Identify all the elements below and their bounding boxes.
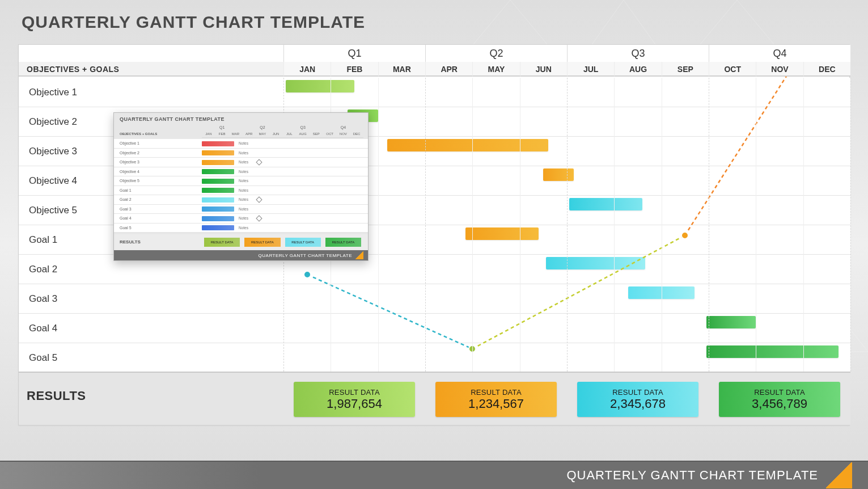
results-row: RESULTS RESULT DATA1,987,654RESULT DATA1… bbox=[19, 372, 850, 425]
month-header: JUN bbox=[520, 62, 567, 77]
thumb-quarter: Q4 bbox=[323, 125, 363, 132]
thumb-month: SEP bbox=[310, 132, 323, 138]
quarter-header: Q1 bbox=[283, 45, 425, 62]
diamond-icon bbox=[256, 196, 262, 203]
month-header: DEC bbox=[803, 62, 850, 77]
month-header: OCT bbox=[709, 62, 756, 77]
thumb-result-box: RESULT DATA bbox=[285, 238, 321, 247]
thumb-row-label: Goal 4 bbox=[120, 214, 132, 224]
row-label: Objective 1 bbox=[19, 78, 283, 107]
thumb-row: Objective 1Notes bbox=[114, 139, 368, 149]
month-header: APR bbox=[425, 62, 472, 77]
result-value: 2,345,678 bbox=[610, 397, 666, 411]
thumb-row-label: Objective 5 bbox=[120, 176, 139, 186]
thumb-notes: Notes bbox=[239, 176, 248, 186]
result-value: 3,456,789 bbox=[752, 397, 807, 411]
thumb-notes: Notes bbox=[239, 224, 248, 233]
month-header: MAY bbox=[472, 62, 519, 77]
thumb-notes: Notes bbox=[239, 149, 248, 158]
thumb-month: JUN bbox=[269, 132, 283, 138]
thumb-row: Goal 1Notes bbox=[114, 186, 368, 196]
thumb-month: JAN bbox=[202, 132, 215, 138]
thumb-bar bbox=[202, 160, 234, 165]
thumb-month: JUL bbox=[283, 132, 297, 138]
page-title: QUARTERLY GANTT CHART TEMPLATE bbox=[22, 12, 365, 32]
thumb-row-label: Goal 5 bbox=[120, 224, 132, 233]
month-header: JAN bbox=[283, 62, 331, 77]
thumb-bar bbox=[202, 216, 234, 221]
month-header: AUG bbox=[614, 62, 661, 77]
thumb-bar bbox=[202, 169, 234, 174]
gantt-bar bbox=[387, 139, 548, 151]
thumb-title: QUARTERLY GANTT CHART TEMPLATE bbox=[120, 116, 225, 122]
thumb-row: Goal 5Notes bbox=[114, 224, 368, 233]
gantt-bar bbox=[569, 198, 642, 210]
result-box: RESULT DATA1,987,654 bbox=[294, 382, 415, 417]
thumb-row: Goal 3Notes bbox=[114, 205, 368, 214]
row-label: Goal 5 bbox=[19, 343, 283, 373]
footer-accent-icon bbox=[826, 462, 852, 488]
diamond-icon bbox=[256, 159, 262, 165]
objectives-header: OBJECTIVES + GOALS bbox=[19, 62, 283, 77]
thumb-row-label: Goal 3 bbox=[120, 205, 132, 214]
row-label: Goal 4 bbox=[19, 314, 283, 343]
footer-title: QUARTERLY GANTT CHART TEMPLATE bbox=[566, 468, 818, 483]
gantt-bar bbox=[543, 168, 574, 181]
thumb-notes: Notes bbox=[239, 214, 248, 224]
thumb-row: Goal 2Notes bbox=[114, 195, 368, 205]
thumb-row-label: Objective 1 bbox=[120, 139, 139, 149]
thumb-bar bbox=[202, 197, 234, 203]
thumb-month: MAR bbox=[229, 132, 243, 138]
thumb-obj-header: OBJECTIVES + GOALS bbox=[120, 132, 157, 136]
thumb-month: MAY bbox=[256, 132, 269, 138]
quarter-header: Q4 bbox=[709, 45, 850, 62]
thumb-row: Goal 4Notes bbox=[114, 214, 368, 224]
thumb-month: FEB bbox=[215, 132, 229, 138]
month-header: NOV bbox=[756, 62, 803, 77]
result-value: 1,234,567 bbox=[468, 397, 524, 411]
thumb-quarter: Q1 bbox=[202, 125, 242, 132]
thumb-month: AUG bbox=[296, 132, 310, 138]
result-box: RESULT DATA1,234,567 bbox=[435, 382, 557, 417]
results-label: RESULTS bbox=[27, 389, 86, 403]
thumb-row: Objective 2Notes bbox=[114, 149, 368, 158]
gantt-bar bbox=[546, 257, 645, 269]
thumb-result-box: RESULT DATA bbox=[204, 238, 240, 247]
thumb-row-label: Objective 4 bbox=[120, 167, 139, 177]
thumb-row-label: Goal 2 bbox=[120, 195, 132, 205]
row-label: Goal 3 bbox=[19, 284, 283, 314]
thumb-bar bbox=[202, 179, 234, 184]
quarter-header: Q2 bbox=[425, 45, 567, 62]
thumb-row: Objective 3Notes bbox=[114, 158, 368, 167]
thumb-row-label: Objective 3 bbox=[120, 158, 139, 167]
thumb-results-row: RESULTSRESULT DATARESULT DATARESULT DATA… bbox=[114, 234, 368, 250]
diamond-icon bbox=[256, 215, 262, 221]
gantt-bar bbox=[465, 227, 539, 240]
result-data-label: RESULT DATA bbox=[754, 388, 805, 397]
result-box: RESULT DATA3,456,789 bbox=[719, 382, 840, 417]
month-header: JUL bbox=[567, 62, 614, 77]
gantt-row: Objective 1 bbox=[19, 78, 850, 107]
thumb-accent-icon bbox=[355, 251, 363, 259]
thumb-result-box: RESULT DATA bbox=[325, 238, 361, 247]
thumb-results-label: RESULTS bbox=[120, 234, 141, 250]
thumb-quarter: Q2 bbox=[242, 125, 282, 132]
gantt-bar bbox=[286, 80, 354, 92]
thumb-bar bbox=[202, 206, 234, 212]
thumb-result-box: RESULT DATA bbox=[244, 238, 280, 247]
gantt-bar bbox=[706, 316, 756, 328]
thumb-row-label: Objective 2 bbox=[120, 149, 139, 158]
quarter-header: Q3 bbox=[567, 45, 709, 62]
thumb-month: OCT bbox=[323, 132, 337, 138]
thumb-notes: Notes bbox=[239, 167, 248, 177]
month-header: MAR bbox=[378, 62, 425, 77]
thumb-quarter: Q3 bbox=[283, 125, 323, 132]
month-header: FEB bbox=[331, 62, 378, 77]
thumb-month: DEC bbox=[350, 132, 363, 138]
thumb-bar bbox=[202, 141, 234, 146]
month-header: SEP bbox=[662, 62, 709, 77]
result-data-label: RESULT DATA bbox=[471, 388, 522, 397]
result-data-label: RESULT DATA bbox=[329, 388, 380, 397]
thumb-bar bbox=[202, 225, 234, 230]
thumb-row: Objective 4Notes bbox=[114, 167, 368, 177]
